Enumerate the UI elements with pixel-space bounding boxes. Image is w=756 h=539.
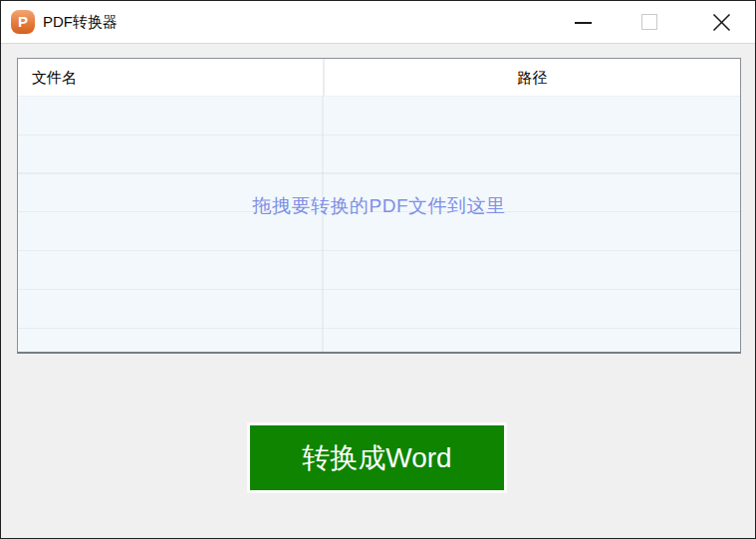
table-header: 文件名 路径 bbox=[18, 59, 740, 97]
column-divider bbox=[322, 97, 324, 352]
maximize-button bbox=[627, 1, 672, 43]
convert-to-word-button[interactable]: 转换成Word bbox=[247, 422, 507, 493]
minimize-icon bbox=[575, 22, 592, 24]
titlebar: P PDF转换器 bbox=[1, 1, 755, 44]
drop-placeholder-text: 拖拽要转换的PDF文件到这里 bbox=[18, 193, 740, 219]
window-title: PDF转换器 bbox=[43, 1, 118, 43]
close-button[interactable] bbox=[698, 1, 744, 43]
pdf-app-icon: P bbox=[11, 10, 35, 34]
column-header-filename[interactable]: 文件名 bbox=[18, 59, 323, 96]
close-icon bbox=[712, 13, 731, 32]
minimize-button[interactable] bbox=[560, 1, 606, 43]
maximize-icon bbox=[641, 14, 657, 30]
app-window: P PDF转换器 文件名 路径 拖拽要转换的PDF文件到这里 转换成Word bbox=[0, 0, 756, 539]
file-table[interactable]: 文件名 路径 拖拽要转换的PDF文件到这里 bbox=[17, 58, 741, 354]
column-header-path[interactable]: 路径 bbox=[323, 59, 740, 96]
drop-zone[interactable]: 拖拽要转换的PDF文件到这里 bbox=[18, 97, 740, 352]
